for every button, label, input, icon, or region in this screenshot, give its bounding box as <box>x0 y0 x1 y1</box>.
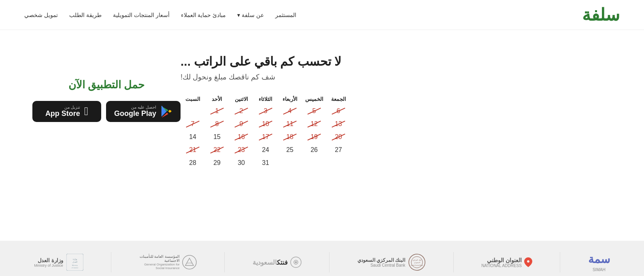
svg-text:Saudi Central Bank: Saudi Central Bank <box>411 265 423 266</box>
footer: سمة SIMAH العنوان الوطني NATIONAL ADDRES… <box>0 241 644 276</box>
apple-icon:  <box>84 105 88 118</box>
app-buttons: احصل عليه من Google Play  تنزيل من App … <box>32 101 181 122</box>
cal-cell-r1-c6: 7 <box>181 118 205 131</box>
cal-cell-r0-c3: 3 <box>253 105 278 118</box>
footer-divider-3 <box>329 252 329 272</box>
cal-header-sat: السبت <box>181 94 205 105</box>
calendar-row-3: 27262524232221 <box>181 143 351 156</box>
nav-item-customer-protection[interactable]: مبادئ حماية العملاء <box>181 11 226 19</box>
svg-text:GOSI: GOSI <box>187 262 192 264</box>
cal-cell-r3-c2: 25 <box>278 143 302 156</box>
cal-cell-r1-c2: 11 <box>278 118 302 131</box>
na-text: العنوان الوطني <box>481 257 521 263</box>
cal-cell-r3-c0: 27 <box>326 143 351 156</box>
cal-cell-r4-c2 <box>278 156 302 169</box>
google-play-button[interactable]: احصل عليه من Google Play <box>106 101 181 122</box>
footer-partner-fintech: فنتكالسعودية <box>253 257 302 268</box>
scb-emblem-icon: البنك المركزي السعودي Saudi Central Bank <box>408 254 425 271</box>
cal-cell-r0-c4: 2 <box>229 105 253 118</box>
gosi-text: المؤسسة العامة للتأمينات الاجتماعية <box>139 255 180 263</box>
cal-cell-r2-c0: 20 <box>326 131 351 143</box>
cal-cell-r3-c1: 26 <box>302 143 326 156</box>
nav-links: المستثمر عن سلفة ▾ مبادئ حماية العملاء أ… <box>24 11 296 19</box>
moj-text: وزارة العدل <box>34 257 63 263</box>
app-store-button[interactable]:  تنزيل من App Store <box>32 101 101 122</box>
app-store-text: تنزيل من App Store <box>45 105 80 118</box>
calendar-row-0: 654321 <box>181 105 351 118</box>
cal-cell-r1-c3: 10 <box>253 118 278 131</box>
cal-cell-r2-c1: 19 <box>302 131 326 143</box>
google-play-icon <box>160 105 172 118</box>
cal-header-sun: الأحد <box>205 94 229 105</box>
cal-cell-r1-c0: 13 <box>326 118 351 131</box>
cal-header-thu: الخميس <box>302 94 326 105</box>
sama-logo-text: سمة <box>588 252 610 266</box>
cal-cell-r0-c0: 6 <box>326 105 351 118</box>
sama-logo-sub: SIMAH <box>593 267 606 272</box>
nav-item-product-prices[interactable]: أسعار المنتجات التمويلية <box>113 11 170 19</box>
google-play-text: احصل عليه من Google Play <box>114 105 156 118</box>
cal-header-mon: الاثنين <box>229 94 253 105</box>
chevron-down-icon: ▾ <box>237 12 240 18</box>
moj-subtext: Ministry of Justice <box>34 263 63 267</box>
moj-emblem-icon: وزارة العدل Ministry of Justice <box>66 254 83 271</box>
location-icon <box>524 257 532 267</box>
cal-cell-r4-c5: 29 <box>205 156 229 169</box>
footer-partner-gosi: GOSI المؤسسة العامة للتأمينات الاجتماعية… <box>139 255 197 270</box>
cal-cell-r4-c0 <box>326 156 351 169</box>
cal-cell-r3-c6: 21 <box>181 143 205 156</box>
footer-divider-5 <box>111 252 111 272</box>
cal-cell-r4-c3: 31 <box>253 156 278 169</box>
hero-subheadline: شف كم ناقصك مبلغ ونحول لك! <box>181 73 275 81</box>
gosi-subtext: General Organization for Social Insuranc… <box>139 263 180 270</box>
site-logo[interactable]: سلفة <box>582 5 620 25</box>
calendar-row-1: 13121110987 <box>181 118 351 131</box>
cal-header-tue: الثلاثاء <box>253 94 278 105</box>
gosi-icon: GOSI <box>182 255 197 270</box>
cal-cell-r3-c5: 22 <box>205 143 229 156</box>
cal-cell-r1-c1: 12 <box>302 118 326 131</box>
cal-cell-r0-c2: 4 <box>278 105 302 118</box>
cal-cell-r0-c5: 1 <box>205 105 229 118</box>
cal-header-wed: الأربعاء <box>278 94 302 105</box>
cal-cell-r1-c4: 9 <box>229 118 253 131</box>
cal-cell-r3-c4: 23 <box>229 143 253 156</box>
nav-item-how-to-apply[interactable]: طريقة الطلب <box>69 11 102 19</box>
svg-text:العدل: العدل <box>72 261 77 263</box>
footer-partner-moj: وزارة العدل Ministry of Justice وزارة ال… <box>34 254 83 271</box>
calendar-rows: 6543211312111098720191817161514272625242… <box>181 105 351 169</box>
nav-item-personal-finance[interactable]: تمويل شخصي <box>24 11 58 19</box>
footer-partner-national-address: العنوان الوطني NATIONAL ADDRESS <box>481 257 532 268</box>
hero-headline: لا تحسب كم باقي على الراتب ... <box>181 54 341 68</box>
cal-cell-r2-c6: 14 <box>181 131 205 143</box>
scb-subtext: Saudi Central Bank <box>357 263 406 267</box>
svg-text:Ministry: Ministry <box>72 264 78 266</box>
gear-icon <box>290 257 302 268</box>
hero-section: لا تحسب كم باقي على الراتب ... شف كم ناق… <box>181 54 595 169</box>
calendar-row-4: 31302928 <box>181 156 351 169</box>
cal-header-fri: الجمعة <box>326 94 351 105</box>
calendar-row-2: 20191817161514 <box>181 131 351 143</box>
cal-cell-r0-c6 <box>181 105 205 118</box>
nav-item-about[interactable]: عن سلفة ▾ <box>237 12 264 18</box>
cal-cell-r2-c4: 16 <box>229 131 253 143</box>
footer-divider-4 <box>224 252 225 272</box>
svg-text:البنك المركزي: البنك المركزي <box>413 259 421 261</box>
svg-text:of Justice: of Justice <box>71 267 79 269</box>
cal-cell-r4-c6: 28 <box>181 156 205 169</box>
na-subtext: NATIONAL ADDRESS <box>481 263 521 268</box>
google-play-label-small: احصل عليه من <box>131 105 156 109</box>
footer-partner-sama: سمة SIMAH <box>588 252 610 272</box>
scb-text: البنك المركزي السعودي <box>357 257 406 263</box>
cal-cell-r2-c3: 17 <box>253 131 278 143</box>
google-play-label-big: Google Play <box>114 109 156 118</box>
main-content: لا تحسب كم باقي على الراتب ... شف كم ناق… <box>0 30 644 241</box>
footer-divider-2 <box>453 252 454 272</box>
fintech-text: فنتكالسعودية <box>253 259 288 266</box>
cal-cell-r4-c1 <box>302 156 326 169</box>
app-download-title: حمل التطبيق الآن <box>68 79 145 91</box>
cal-cell-r2-c5: 15 <box>205 131 229 143</box>
app-store-label-small: تنزيل من <box>64 105 80 109</box>
nav-item-investor[interactable]: المستثمر <box>275 11 296 19</box>
navbar: سلفة المستثمر عن سلفة ▾ مبادئ حماية العم… <box>0 0 644 30</box>
